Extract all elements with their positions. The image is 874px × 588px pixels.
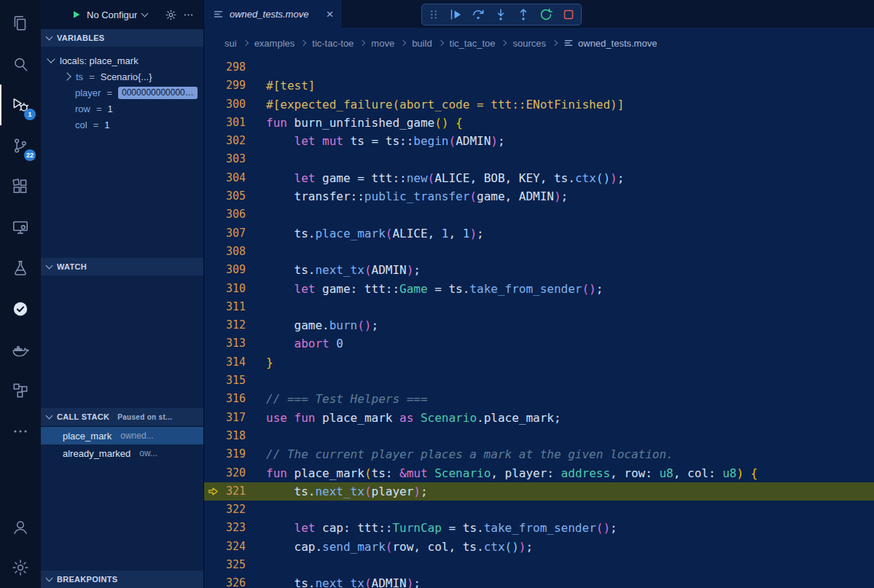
gutter-319[interactable]: 319: [204, 445, 266, 463]
gutter-317[interactable]: 317: [204, 409, 266, 427]
callstack-section-header[interactable]: CALL STACK Paused on st...: [41, 408, 203, 426]
code-line-319[interactable]: 319// The current player places a mark a…: [204, 445, 874, 463]
code-line-314[interactable]: 314}: [204, 353, 874, 372]
gutter-321[interactable]: 321: [204, 482, 266, 501]
gutter-307[interactable]: 307: [204, 224, 266, 243]
code-line-324[interactable]: 324 cap.send_mark(row, col, ts.ctx());: [204, 538, 874, 556]
code-line-311[interactable]: 311: [204, 298, 874, 316]
activity-explorer[interactable]: [0, 3, 41, 44]
sidebar-more-actions-button[interactable]: [182, 9, 195, 21]
chevron-down-icon[interactable]: [141, 9, 149, 17]
activity-docker[interactable]: [0, 329, 41, 370]
gutter-312[interactable]: 312: [204, 316, 266, 334]
variables-scope-row[interactable]: locals: place_mark: [41, 52, 203, 68]
activity-accounts[interactable]: [0, 506, 41, 547]
activity-testing[interactable]: [0, 248, 41, 289]
stack-frame-place_mark[interactable]: place_markowned...: [41, 427, 203, 444]
close-icon[interactable]: ×: [326, 8, 333, 20]
gutter-323[interactable]: 323: [204, 519, 266, 537]
code-line-306[interactable]: 306: [204, 205, 874, 224]
gutter-315[interactable]: 315: [204, 372, 266, 390]
breadcrumb-item-move[interactable]: move: [371, 38, 394, 49]
gutter-301[interactable]: 301: [204, 114, 266, 132]
gutter-314[interactable]: 314: [204, 353, 266, 372]
breadcrumb-item-sui[interactable]: sui: [225, 38, 237, 49]
code-line-304[interactable]: 304 let game = ttt::new(ALICE, BOB, KEY,…: [204, 169, 874, 187]
breadcrumb-item-sources[interactable]: sources: [512, 38, 546, 49]
code-line-326[interactable]: 326 ts.next_tx(ADMIN);: [204, 574, 874, 588]
restart-button[interactable]: [539, 7, 553, 22]
gutter-316[interactable]: 316: [204, 390, 266, 408]
code-line-313[interactable]: 313 abort 0: [204, 334, 874, 353]
activity-symbols[interactable]: [0, 370, 41, 411]
stop-button[interactable]: [561, 7, 576, 22]
activity-source-control[interactable]: 22: [0, 125, 41, 166]
gutter-322[interactable]: 322: [204, 501, 266, 519]
gutter-320[interactable]: 320: [204, 464, 266, 482]
gutter-304[interactable]: 304: [204, 169, 266, 187]
gutter-303[interactable]: 303: [204, 150, 266, 168]
code-line-318[interactable]: 318: [204, 427, 874, 445]
code-line-317[interactable]: 317use fun place_mark as Scenario.place_…: [204, 409, 874, 427]
code-line-305[interactable]: 305 transfer::public_transfer(game, ADMI…: [204, 187, 874, 205]
gutter-300[interactable]: 300: [204, 95, 266, 114]
breadcrumb-item-build[interactable]: build: [412, 38, 432, 49]
gutter-326[interactable]: 326: [204, 574, 266, 588]
gutter-311[interactable]: 311: [204, 298, 266, 316]
gutter-306[interactable]: 306: [204, 205, 266, 224]
gutter-298[interactable]: 298: [204, 58, 266, 77]
stack-frame-already_marked[interactable]: already_markedow...: [41, 444, 203, 462]
variable-row-player[interactable]: player=0000000000000…: [41, 85, 203, 101]
code-line-322[interactable]: 322: [204, 501, 874, 519]
gutter-318[interactable]: 318: [204, 427, 266, 445]
code-line-320[interactable]: 320fun place_mark(ts: &mut Scenario, pla…: [204, 464, 874, 482]
debug-gear-button[interactable]: [165, 9, 177, 21]
code-line-310[interactable]: 310 let game: ttt::Game = ts.take_from_s…: [204, 280, 874, 298]
step-into-button[interactable]: [493, 7, 508, 22]
start-debugging-button[interactable]: [71, 9, 82, 20]
code-line-300[interactable]: 300#[expected_failure(abort_code = ttt::…: [204, 95, 874, 114]
breadcrumb-item-owned_tests.move[interactable]: owned_tests.move: [563, 38, 657, 49]
breakpoints-section-header[interactable]: BREAKPOINTS: [41, 571, 203, 588]
toolbar-drag-handle[interactable]: [427, 8, 440, 21]
step-out-button[interactable]: [516, 7, 531, 22]
activity-search[interactable]: [0, 44, 41, 85]
code-line-321[interactable]: 321 ts.next_tx(player);: [204, 482, 874, 501]
variable-row-ts[interactable]: ts=Scenario{...}: [41, 68, 203, 85]
gutter-313[interactable]: 313: [204, 334, 266, 353]
code-line-303[interactable]: 303: [204, 150, 874, 168]
code-line-298[interactable]: 298: [204, 58, 874, 77]
gutter-310[interactable]: 310: [204, 280, 266, 298]
debug-config-dropdown[interactable]: No Configur: [87, 9, 137, 20]
continue-button[interactable]: [448, 7, 463, 22]
watch-section-header[interactable]: WATCH: [41, 258, 203, 275]
variable-row-row[interactable]: row=1: [41, 101, 203, 117]
breadcrumb-item-tic-tac-toe[interactable]: tic-tac-toe: [312, 38, 354, 49]
code-line-312[interactable]: 312 game.burn();: [204, 316, 874, 334]
gutter-299[interactable]: 299: [204, 77, 266, 95]
code-line-302[interactable]: 302 let mut ts = ts::begin(ADMIN);: [204, 132, 874, 150]
code-line-299[interactable]: 299#[test]: [204, 77, 874, 95]
activity-settings[interactable]: [0, 547, 41, 588]
code-line-323[interactable]: 323 let cap: ttt::TurnCap = ts.take_from…: [204, 519, 874, 537]
gutter-305[interactable]: 305: [204, 187, 266, 205]
code-line-325[interactable]: 325: [204, 556, 874, 574]
activity-remote-explorer[interactable]: [0, 207, 41, 248]
code-editor[interactable]: 298299#[test]300#[expected_failure(abort…: [204, 58, 874, 588]
code-line-308[interactable]: 308: [204, 243, 874, 261]
tab-owned-tests-move[interactable]: owned_tests.move ×: [204, 0, 343, 28]
activity-run-debug[interactable]: 1: [0, 85, 41, 125]
gutter-308[interactable]: 308: [204, 243, 266, 261]
variables-section-header[interactable]: VARIABLES: [41, 29, 203, 47]
code-line-307[interactable]: 307 ts.place_mark(ALICE, 1, 1);: [204, 224, 874, 243]
breadcrumb-item-tic_tac_toe[interactable]: tic_tac_toe: [450, 38, 496, 49]
gutter-302[interactable]: 302: [204, 132, 266, 150]
code-line-301[interactable]: 301fun burn_unfinished_game() {: [204, 114, 874, 132]
code-line-315[interactable]: 315: [204, 372, 874, 390]
gutter-324[interactable]: 324: [204, 538, 266, 556]
breadcrumb-item-examples[interactable]: examples: [254, 38, 295, 49]
activity-test-results[interactable]: [0, 289, 41, 329]
gutter-325[interactable]: 325: [204, 556, 266, 574]
activity-more[interactable]: [0, 411, 41, 452]
gutter-309[interactable]: 309: [204, 261, 266, 279]
